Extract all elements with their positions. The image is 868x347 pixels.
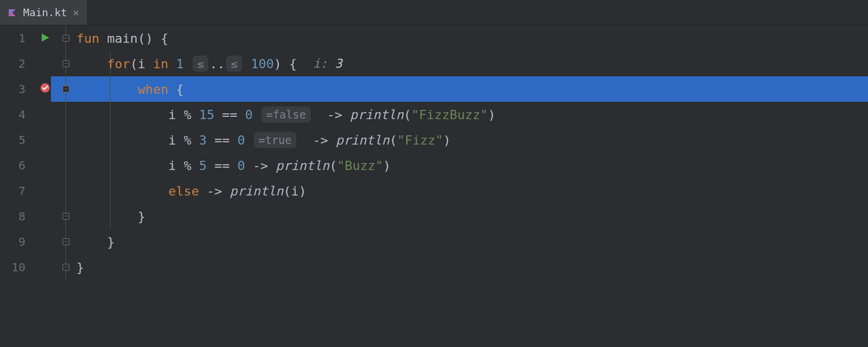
string-literal: Buzz [345,158,376,173]
breakpoint-verified-icon[interactable] [39,82,51,97]
evaluation-hint: = false [262,106,311,123]
function-call: println [350,108,404,122]
function-call: println [336,133,389,147]
fold-toggle-icon[interactable]: − [62,86,69,93]
kotlin-file-icon [7,8,17,18]
code-line[interactable]: 7 else -> println(i) [0,178,868,204]
string-literal: Fizz [404,133,435,147]
string-literal: FizzBuzz [419,108,480,122]
line-number: 9 [0,235,32,249]
line-number: 3 [0,82,32,96]
code-line[interactable]: 5 i % 3 == 0 = true -> println("Fizz") [0,127,868,153]
svg-marker-3 [42,34,49,42]
keyword: when [138,82,168,97]
line-number: 7 [0,184,32,198]
code-line[interactable]: 9 − } [0,229,868,254]
number-literal: 3 [199,133,207,147]
run-icon[interactable] [40,31,50,46]
keyword: fun [76,31,100,46]
line-number: 2 [0,57,32,71]
fold-toggle-icon[interactable]: − [62,60,69,67]
number-literal: 0 [237,133,245,147]
function-call: println [230,184,284,198]
number-literal: 15 [199,108,215,122]
range-hint: ≤ [193,56,208,72]
number-literal: 1 [176,57,183,71]
line-number: 5 [0,133,32,147]
code-editor[interactable]: 1 − fun main() { 2 − for(i in 1 ≤..≤ 100… [0,25,868,347]
keyword: else [168,184,199,198]
code-line[interactable]: 8 − } [0,204,868,229]
number-literal: 5 [199,158,207,173]
keyword: in [153,57,168,71]
fold-toggle-icon[interactable]: − [62,213,69,220]
number-literal: 0 [245,108,252,122]
line-number: 8 [0,209,32,223]
line-number: 1 [0,31,32,45]
file-tab[interactable]: Main.kt × [0,0,88,25]
number-literal: 100 [251,57,274,71]
inline-variable-hint: i: 3 [313,57,343,71]
evaluation-hint: = true [254,132,296,148]
keyword: for [107,57,130,71]
fold-toggle-icon[interactable]: − [62,264,69,271]
number-literal: 0 [237,158,245,173]
function-name: main [107,31,138,46]
code-line[interactable]: 4 i % 15 == 0 = false -> println("FizzBu… [0,102,868,127]
code-line[interactable]: 1 − fun main() { [0,25,868,51]
file-tab-label: Main.kt [23,6,67,19]
code-line[interactable]: 6 i % 5 == 0 -> println("Buzz") [0,153,868,178]
code-line[interactable]: 3 − when { [0,76,868,102]
code-line[interactable]: 2 − for(i in 1 ≤..≤ 100) { i: 3 [0,51,868,76]
line-number: 10 [0,260,32,274]
close-icon[interactable]: × [73,8,79,18]
code-line[interactable]: 10 − } [0,254,868,280]
fold-toggle-icon[interactable]: − [62,238,69,245]
line-number: 4 [0,108,32,121]
range-hint: ≤ [226,56,242,72]
fold-toggle-icon[interactable]: − [62,35,69,42]
line-number: 6 [0,158,32,172]
editor-tabbar: Main.kt × [0,0,868,25]
function-call: println [275,158,329,173]
